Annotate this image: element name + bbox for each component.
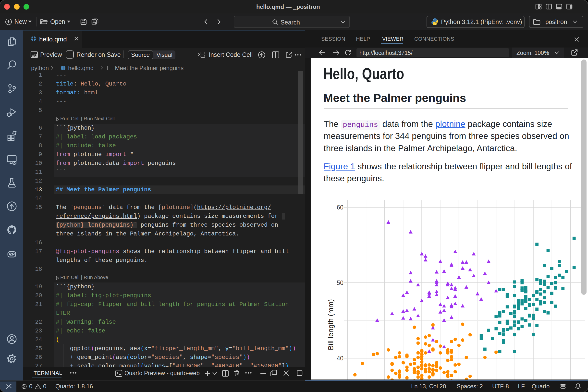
svg-text:40: 40 [337,355,344,362]
svg-text:Bill length (mm): Bill length (mm) [326,299,335,350]
svg-text:60: 60 [337,204,344,211]
svg-text:50: 50 [337,279,344,286]
